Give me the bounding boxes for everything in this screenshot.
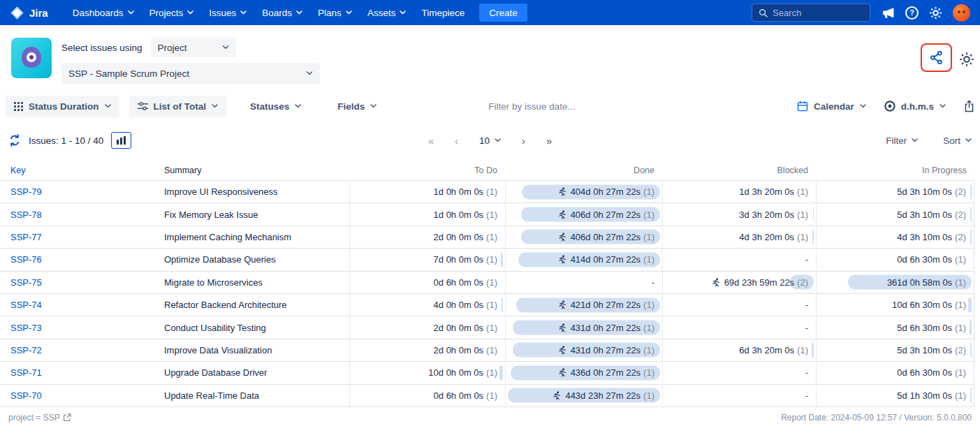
calendar-view-select[interactable]: Calendar — [797, 96, 866, 117]
create-button[interactable]: Create — [479, 3, 527, 22]
status-duration-table: Key Summary To Do Done Blocked In Progre… — [0, 161, 974, 407]
sort-menu[interactable]: Sort — [943, 135, 972, 146]
duration-value: 7d 0h 0m 0s — [434, 254, 484, 265]
issue-count: (2) — [955, 232, 966, 242]
table-row[interactable]: SSP-78Fix Memory Leak Issue1d 0h 0m 0s(1… — [0, 203, 974, 226]
export-icon[interactable] — [964, 100, 974, 112]
duration-value: 1d 0h 0m 0s — [434, 210, 484, 220]
duration-value: 443d 23h 27m 22s — [565, 390, 641, 401]
issue-key-link[interactable]: SSP-74 — [0, 294, 154, 316]
chevron-down-icon — [939, 104, 946, 108]
column-header-blocked: Blocked — [662, 161, 816, 180]
table-row[interactable]: SSP-79Improve UI Responsiveness1d 0h 0m … — [0, 181, 974, 203]
project-select[interactable]: SSP - Sample Scrum Project — [61, 63, 320, 84]
empty-duration: - — [652, 277, 654, 288]
chevron-down-icon — [128, 10, 134, 15]
user-avatar[interactable] — [953, 4, 970, 22]
issue-summary: Migrate to Microservices — [154, 272, 349, 293]
table-row[interactable]: SSP-70Update Real-Time Data0d 6h 0m 0s(1… — [0, 385, 974, 407]
duration-cell: 0d 6h 30m 0s(1) — [816, 249, 974, 270]
duration-value: 2d 0h 0m 0s — [434, 232, 484, 242]
issue-key-link[interactable]: SSP-79 — [0, 181, 154, 203]
issue-key-link[interactable]: SSP-71 — [0, 362, 154, 383]
filter-menu[interactable]: Filter — [886, 135, 918, 146]
chevron-down-icon — [965, 138, 972, 142]
duration-value: 2d 0h 0m 0s — [434, 345, 484, 355]
duration-value: 5d 1h 30m 0s — [897, 390, 952, 401]
prev-page-button[interactable]: ‹ — [455, 135, 458, 146]
chart-view-button[interactable] — [111, 132, 131, 149]
issue-count: (2) — [797, 277, 808, 288]
duration-cell: 1d 0h 0m 0s(1) — [349, 181, 505, 203]
search-input[interactable] — [773, 8, 856, 18]
issue-summary: Upgrade Database Driver — [154, 362, 349, 383]
last-page-button[interactable]: » — [546, 135, 552, 146]
table-row[interactable]: SSP-71Upgrade Database Driver10d 0h 0m 0… — [0, 362, 974, 384]
chevron-down-icon — [240, 10, 247, 15]
nav-issues[interactable]: Issues — [201, 0, 254, 25]
aggregation-select[interactable]: List of Total — [129, 96, 227, 117]
table-row[interactable]: SSP-74Refactor Backend Architecture4d 0h… — [0, 294, 974, 316]
issue-key-link[interactable]: SSP-70 — [0, 385, 154, 406]
feedback-megaphone-icon[interactable] — [882, 7, 895, 19]
refresh-icon[interactable] — [8, 134, 21, 147]
report-type-select[interactable]: Status Duration — [6, 96, 119, 117]
runner-icon — [558, 255, 566, 264]
jira-home-link[interactable]: Jira — [10, 6, 48, 20]
fields-select[interactable]: Fields — [329, 96, 385, 117]
issue-key-link[interactable]: SSP-76 — [0, 249, 154, 270]
next-page-button[interactable]: › — [522, 135, 525, 146]
table-row[interactable]: SSP-75Migrate to Microservices0d 6h 0m 0… — [0, 272, 974, 294]
nav-plans[interactable]: Plans — [310, 0, 360, 25]
duration-cell: 361d 0h 58m 0s(1) — [816, 272, 974, 293]
duration-cell: 10d 6h 30m 0s(1) — [816, 294, 974, 316]
chevron-down-icon — [296, 10, 302, 15]
issue-key-link[interactable]: SSP-73 — [0, 316, 154, 338]
chevron-down-icon — [306, 71, 313, 75]
issue-summary: Optimize Database Queries — [154, 249, 349, 270]
table-row[interactable]: SSP-76Optimize Database Queries7d 0h 0m … — [0, 249, 974, 271]
gadget-settings-gear-icon[interactable] — [959, 52, 974, 67]
chevron-down-icon — [495, 138, 501, 142]
nav-projects[interactable]: Projects — [142, 0, 202, 25]
help-icon[interactable]: ? — [905, 6, 919, 20]
duration-cell: 436d 0h 27m 22s(1) — [505, 362, 662, 383]
issue-count: (1) — [797, 345, 808, 355]
first-page-button[interactable]: « — [428, 135, 434, 146]
jql-filter-link[interactable]: project = SSP — [8, 413, 71, 423]
page-size-select[interactable]: 10 — [479, 135, 501, 146]
issue-count: (1) — [643, 210, 654, 220]
nav-timepiece[interactable]: Timepiece — [414, 0, 472, 25]
nav-dashboards[interactable]: Dashboards — [65, 0, 142, 25]
duration-cell: 1d 3h 20m 0s(1) — [662, 181, 816, 203]
duration-cell: 2d 0h 0m 0s(1) — [349, 226, 505, 248]
duration-bar — [968, 298, 972, 312]
issue-source-select[interactable]: Project — [151, 38, 236, 57]
share-icon[interactable] — [929, 50, 944, 65]
issue-key-link[interactable]: SSP-75 — [0, 272, 154, 293]
project-avatar-creature — [22, 47, 41, 68]
gear-icon[interactable] — [929, 6, 942, 20]
duration-value: 5d 6h 30m 0s — [897, 323, 952, 333]
statuses-select[interactable]: Statuses — [242, 96, 309, 117]
search-box[interactable] — [752, 3, 870, 22]
calendar-icon — [797, 101, 808, 112]
empty-duration: - — [805, 323, 808, 333]
pager: « ‹ 10 › » — [428, 135, 553, 146]
column-header-key: Key — [0, 161, 154, 180]
duration-cell: 0d 6h 30m 0s(1) — [816, 362, 974, 383]
issue-key-link[interactable]: SSP-72 — [0, 339, 154, 361]
issue-date-filter-input[interactable] — [488, 101, 600, 112]
issue-summary: Update Real-Time Data — [154, 385, 349, 406]
table-row[interactable]: SSP-73Conduct Usability Testing2d 0h 0m … — [0, 316, 974, 339]
table-row[interactable]: SSP-77Implement Caching Mechanism2d 0h 0… — [0, 226, 974, 249]
issue-key-link[interactable]: SSP-77 — [0, 226, 154, 248]
duration-bar — [970, 388, 972, 403]
nav-boards[interactable]: Boards — [254, 0, 310, 25]
chevron-down-icon — [346, 10, 352, 15]
issue-key-link[interactable]: SSP-78 — [0, 203, 154, 225]
duration-cell: - — [505, 272, 662, 293]
time-units-select[interactable]: d.h.m.s — [884, 96, 946, 117]
nav-assets[interactable]: Assets — [360, 0, 414, 25]
table-row[interactable]: SSP-72Improve Data Visualization2d 0h 0m… — [0, 339, 974, 362]
